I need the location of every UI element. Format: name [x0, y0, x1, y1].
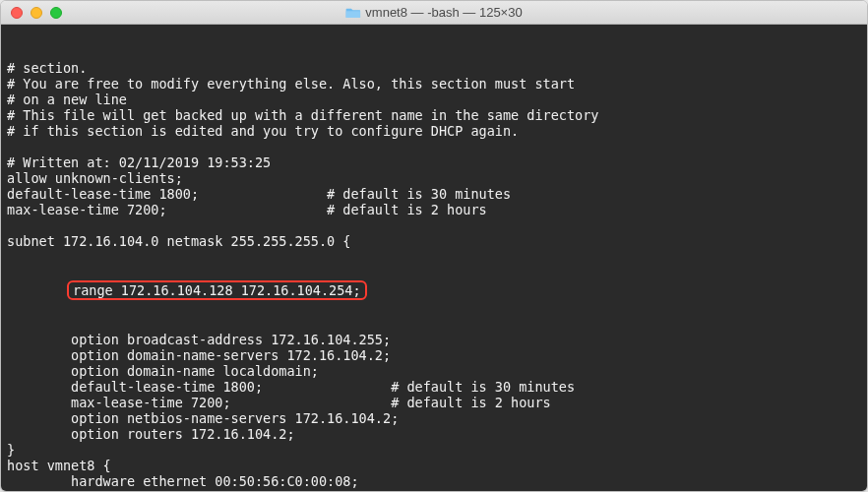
terminal-line: default-lease-time 1800; # default is 30… — [7, 186, 861, 202]
window-title: vmnet8 — -bash — 125×30 — [365, 5, 522, 20]
terminal-line: # Written at: 02/11/2019 19:53:25 — [7, 154, 861, 170]
close-button[interactable] — [11, 7, 23, 19]
terminal-line: fixed-address 172.16.104.1; — [7, 489, 861, 491]
terminal-line — [7, 217, 861, 233]
terminal-line — [7, 139, 861, 154]
terminal-line: option domain-name localdomain; — [7, 363, 861, 379]
minimize-button[interactable] — [31, 7, 42, 19]
terminal-line: option domain-name-servers 172.16.104.2; — [7, 347, 861, 363]
terminal-line: default-lease-time 1800; # default is 30… — [7, 379, 861, 395]
terminal-line-highlighted-container: range 172.16.104.128 172.16.104.254; — [7, 280, 861, 300]
terminal-line: option broadcast-address 172.16.104.255; — [7, 332, 861, 347]
terminal-line: host vmnet8 { — [7, 458, 861, 473]
terminal-line: # on a new line — [7, 92, 861, 107]
title-center: vmnet8 — -bash — 125×30 — [345, 5, 522, 20]
titlebar: vmnet8 — -bash — 125×30 — [1, 1, 867, 25]
terminal-line: # You are free to modify everything else… — [7, 76, 861, 92]
terminal-line: max-lease-time 7200; # default is 2 hour… — [7, 395, 861, 410]
terminal-line: subnet 172.16.104.0 netmask 255.255.255.… — [7, 233, 861, 249]
terminal-line: # section. — [7, 60, 861, 76]
indent — [7, 282, 71, 298]
maximize-button[interactable] — [50, 7, 62, 19]
terminal-line: } — [7, 442, 861, 458]
terminal-window: vmnet8 — -bash — 125×30 # section.# You … — [0, 0, 868, 492]
terminal-line: max-lease-time 7200; # default is 2 hour… — [7, 202, 861, 217]
terminal-line: option routers 172.16.104.2; — [7, 426, 861, 442]
terminal-line: hardware ethernet 00:50:56:C0:00:08; — [7, 473, 861, 489]
terminal-line: # if this section is edited and you try … — [7, 123, 861, 139]
terminal-line: allow unknown-clients; — [7, 170, 861, 186]
terminal-line: option netbios-name-servers 172.16.104.2… — [7, 410, 861, 426]
terminal-body[interactable]: # section.# You are free to modify every… — [1, 25, 867, 491]
folder-icon — [345, 7, 360, 19]
traffic-lights — [1, 7, 62, 19]
range-highlight: range 172.16.104.128 172.16.104.254; — [67, 280, 367, 300]
terminal-line: # This file will get backed up with a di… — [7, 107, 861, 123]
